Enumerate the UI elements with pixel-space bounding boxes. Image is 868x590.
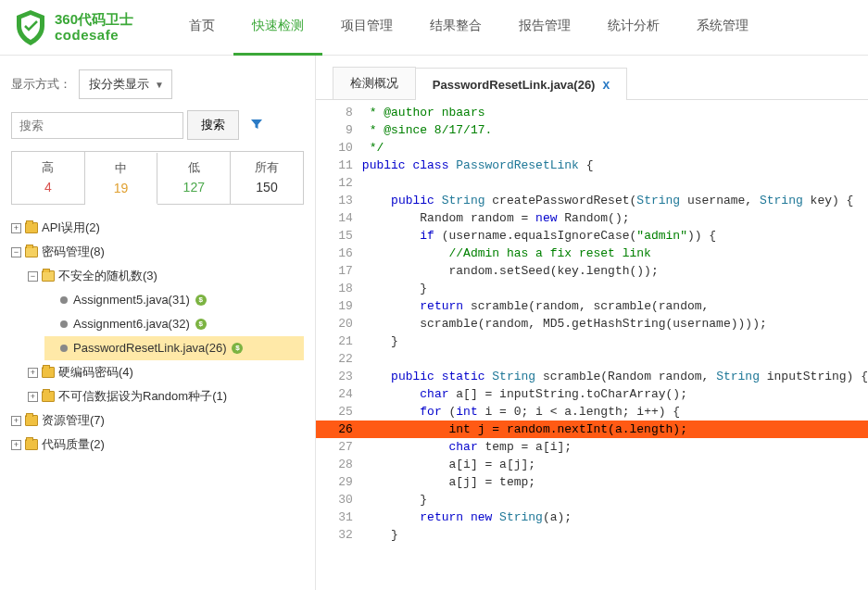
expand-icon[interactable]: + [11,440,21,450]
nav-item[interactable]: 报告管理 [500,0,589,56]
line-number: 8 [316,104,362,121]
search-input[interactable] [11,112,183,139]
collapse-icon[interactable]: − [28,271,38,282]
collapse-icon[interactable]: − [11,247,21,257]
code-line: 22 [316,350,868,368]
code-line: 31 return new String(a); [316,508,868,526]
code-line: 9 * @since 8/17/17. [316,121,868,139]
code-line: 26 int j = random.nextInt(a.length); [316,421,868,438]
folder-icon [25,246,38,257]
code-line: 17 random.setSeed(key.length()); [316,262,868,280]
folder-icon [42,391,55,402]
tab-overview[interactable]: 检测概况 [333,67,416,99]
display-mode-select[interactable]: 按分类显示 ▼ [79,69,172,99]
nav-item[interactable]: 项目管理 [322,0,411,56]
expand-icon[interactable]: + [28,392,38,402]
line-number: 22 [316,350,362,368]
tab-file[interactable]: PasswordResetLink.java(26) x [415,68,627,100]
code-text: } [362,333,868,350]
code-line: 23 public static String scramble(Random … [316,368,868,385]
display-mode-label: 显示方式： [11,76,71,93]
line-number: 15 [316,227,362,245]
nav-item[interactable]: 统计分析 [589,0,678,56]
code-text: a[j] = temp; [362,473,868,491]
tree-node-random[interactable]: −不安全的随机数(3) [28,264,304,288]
code-text: if (username.equalsIgnoreCase("admin")) … [362,227,868,245]
tree-node-password[interactable]: −密码管理(8) [11,240,304,264]
code-line: 27 char temp = a[i]; [316,438,868,456]
tree-file[interactable]: Assignment6.java(32) $ [44,312,304,336]
tree-file-selected[interactable]: PasswordResetLink.java(26) $ [44,336,304,360]
tree-node-quality[interactable]: +代码质量(2) [11,433,304,457]
line-number: 27 [316,438,362,456]
dot-icon [60,296,68,304]
line-number: 26 [316,421,362,438]
code-text: scramble(random, MD5.getHashString(usern… [362,315,868,333]
tree-node-seed[interactable]: +不可信数据设为Random种子(1) [28,384,304,408]
expand-icon[interactable]: + [28,368,38,378]
display-mode-value: 按分类显示 [89,77,149,91]
line-number: 10 [316,139,362,157]
tree-node-resource[interactable]: +资源管理(7) [11,408,304,433]
code-text: random.setSeed(key.length()); [362,262,868,280]
code-text: } [362,491,868,508]
nav-item[interactable]: 首页 [170,0,233,56]
line-number: 21 [316,333,362,350]
severity-tab-low[interactable]: 低 127 [157,152,231,204]
code-text: char temp = a[i]; [362,438,868,456]
line-number: 17 [316,262,362,280]
brand-cn: 360代码卫士 [55,12,133,28]
brand-en: codesafe [55,28,133,44]
severity-tab-medium[interactable]: 中 19 [85,153,158,205]
code-text: for (int i = 0; i < a.length; i++) { [362,403,868,421]
code-text: return new String(a); [362,508,868,526]
code-text: public String createPasswordReset(String… [362,192,868,209]
code-text: } [362,280,868,297]
code-text: return scramble(random, scramble(random, [362,297,868,315]
content-tabs: 检测概况 PasswordResetLink.java(26) x [316,56,868,100]
line-number: 20 [316,315,362,333]
line-number: 31 [316,508,362,526]
code-line: 20 scramble(random, MD5.getHashString(us… [316,315,868,333]
folder-icon [25,439,38,450]
line-number: 30 [316,491,362,508]
close-icon[interactable]: x [602,77,610,92]
chevron-down-icon: ▼ [155,80,164,90]
brand-logo[interactable]: 360代码卫士 codesafe [14,9,133,46]
code-line: 10 */ [316,139,868,157]
folder-icon [25,222,38,233]
code-text: int j = random.nextInt(a.length); [362,421,868,438]
severity-tab-high[interactable]: 高 4 [12,152,85,204]
nav-item[interactable]: 快速检测 [233,0,322,56]
search-button[interactable]: 搜索 [187,110,239,140]
code-line: 12 [316,174,868,192]
code-text: Random random = new Random(); [362,209,868,227]
code-line: 21 } [316,333,868,350]
folder-icon [42,367,55,378]
code-text: char a[] = inputString.toCharArray(); [362,385,868,403]
tree-node-api[interactable]: +API误用(2) [11,216,304,240]
folder-icon [25,415,38,426]
severity-tab-all[interactable]: 所有 150 [231,152,303,204]
expand-icon[interactable]: + [11,223,21,233]
filter-icon[interactable] [250,118,263,133]
main-nav: 首页快速检测项目管理结果整合报告管理统计分析系统管理 [170,0,767,56]
line-number: 18 [316,280,362,297]
tree-node-hardcode[interactable]: +硬编码密码(4) [28,360,304,384]
line-number: 19 [316,297,362,315]
tree-file[interactable]: Assignment5.java(31) $ [44,288,304,312]
expand-icon[interactable]: + [11,416,21,426]
code-viewer[interactable]: 8 * @author nbaars9 * @since 8/17/17.10 … [316,100,868,590]
line-number: 11 [316,157,362,174]
line-number: 9 [316,121,362,139]
dot-icon [60,320,68,328]
code-text: a[i] = a[j]; [362,456,868,473]
code-text: * @since 8/17/17. [362,121,868,139]
code-line: 30 } [316,491,868,508]
nav-item[interactable]: 结果整合 [411,0,500,56]
code-line: 14 Random random = new Random(); [316,209,868,227]
shield-icon [14,9,47,46]
nav-item[interactable]: 系统管理 [678,0,767,56]
code-line: 18 } [316,280,868,297]
line-number: 23 [316,368,362,385]
